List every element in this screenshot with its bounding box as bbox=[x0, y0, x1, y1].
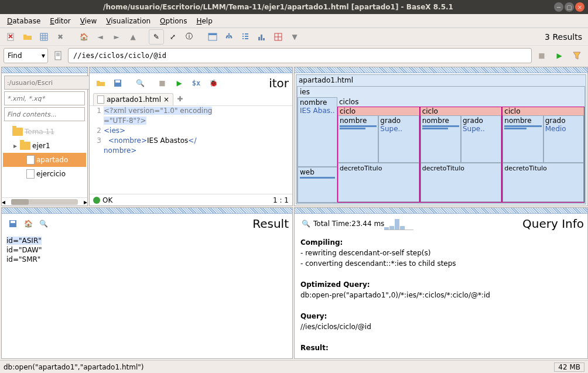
qinfo-heading: Query Info bbox=[522, 217, 584, 231]
tab-close-icon[interactable]: × bbox=[163, 95, 169, 104]
hist-view-icon[interactable] bbox=[254, 29, 269, 45]
maximize-button[interactable]: ▢ bbox=[565, 2, 574, 12]
home-result-icon[interactable]: 🏠 bbox=[20, 216, 36, 231]
results-count: 3 Results bbox=[545, 32, 584, 42]
statusbar: db:open("apartado1","apartado1.html") 42… bbox=[0, 360, 588, 373]
stop-search-icon[interactable]: ■ bbox=[534, 48, 549, 63]
svg-rect-9 bbox=[261, 35, 262, 40]
map-view-icon[interactable] bbox=[271, 29, 286, 45]
status-text: db:open("apartado1","apartado1.html") bbox=[4, 363, 143, 371]
tree-row[interactable]: apartado bbox=[3, 153, 86, 167]
editor-toolbar: 🔍 ■ ▶ $x 🐞 itor bbox=[90, 73, 292, 93]
open-icon[interactable] bbox=[20, 29, 35, 45]
result-line: id="SMR" bbox=[6, 255, 40, 264]
save-result-icon[interactable] bbox=[5, 216, 20, 231]
query-text: //ies/ciclos/ciclo/@id bbox=[300, 323, 371, 331]
doc-icon[interactable] bbox=[50, 48, 66, 63]
var-icon[interactable]: $x bbox=[189, 76, 204, 91]
new-tab-button[interactable]: ✚ bbox=[173, 93, 186, 105]
main-toolbar: ✖ 🏠 ◄ ► ▲ ✎ ⤢ ⓘ ▼ 3 Results bbox=[0, 28, 588, 46]
menu-help[interactable]: Help bbox=[192, 16, 217, 26]
treemap[interactable]: apartado1.html ies nombre IES Abas.. web bbox=[295, 73, 587, 206]
save-icon[interactable] bbox=[110, 76, 125, 91]
more-icon[interactable]: ▼ bbox=[287, 29, 302, 45]
search-row: ▾ ■ ▶ bbox=[0, 46, 588, 66]
hscroll[interactable]: ◂▸ bbox=[2, 197, 87, 206]
menu-view[interactable]: View bbox=[76, 16, 101, 26]
nav-filter-input[interactable] bbox=[4, 91, 85, 105]
menu-database[interactable]: Database bbox=[2, 16, 45, 26]
tm-nombre-node[interactable]: nombre IES Abas.. bbox=[298, 97, 337, 167]
nav-path-input[interactable] bbox=[4, 76, 95, 90]
queryinfo-pane: 🔍 Total Time: 23.44 ms Query Info Compil… bbox=[294, 207, 588, 359]
run-icon[interactable]: ▶ bbox=[172, 76, 187, 91]
up-icon[interactable]: ▲ bbox=[125, 29, 141, 45]
code-area[interactable]: 1 23 <?xml version="1.0" encoding ="UTF-… bbox=[90, 106, 292, 194]
query-label: Query: bbox=[300, 312, 327, 320]
tree-label: ejercicio bbox=[36, 170, 66, 178]
folder-icon bbox=[12, 128, 23, 136]
qinfo-body[interactable]: Compiling: - rewriting descendant-or-sel… bbox=[295, 234, 587, 358]
main-area: ... Tema 11 ▸ ejer1 apartado bbox=[0, 66, 588, 360]
tm-ciclo-node[interactable]: ciclo nombre gradoMedio decretoTitulo bbox=[502, 107, 584, 203]
tree-label: ejer1 bbox=[32, 142, 50, 150]
nav-find-input[interactable] bbox=[4, 107, 85, 121]
pane-grip bbox=[2, 67, 87, 73]
menu-visualization[interactable]: Visualization bbox=[101, 16, 155, 26]
open-file-icon[interactable] bbox=[93, 76, 108, 91]
forward-icon[interactable]: ► bbox=[109, 29, 124, 45]
tree-row[interactable]: Tema 11 bbox=[3, 125, 86, 139]
run-search-icon[interactable]: ▶ bbox=[552, 48, 567, 63]
find-icon[interactable]: 🔍 bbox=[132, 76, 148, 91]
histogram-icon bbox=[384, 217, 413, 230]
svg-rect-1 bbox=[40, 33, 47, 40]
menu-options[interactable]: Options bbox=[155, 16, 192, 26]
svg-rect-10 bbox=[263, 38, 265, 40]
search-mode-input[interactable] bbox=[4, 49, 39, 62]
tm-web-node[interactable]: web bbox=[298, 167, 337, 203]
pane-grip bbox=[90, 67, 292, 73]
status-text: OK bbox=[102, 196, 112, 204]
find-qinfo-icon[interactable]: 🔍 bbox=[298, 216, 313, 231]
folder-icon bbox=[20, 142, 30, 150]
close-button[interactable]: × bbox=[575, 2, 584, 12]
project-nav: ... Tema 11 ▸ ejer1 apartado bbox=[1, 67, 88, 206]
ok-icon bbox=[93, 197, 100, 204]
result-body[interactable]: id="ASIR" id="DAW" id="SMR" bbox=[2, 234, 292, 358]
expand-icon[interactable]: ▸ bbox=[12, 142, 18, 150]
tm-ies-label: ies bbox=[298, 87, 584, 97]
code-content[interactable]: <?xml version="1.0" encoding ="UTF-8"?> … bbox=[104, 106, 292, 194]
svg-rect-16 bbox=[11, 221, 15, 223]
tree-view-icon[interactable] bbox=[221, 29, 237, 45]
delete-icon[interactable]: ✖ bbox=[53, 29, 68, 45]
tm-ciclo-node[interactable]: ciclo nombre gradoSupe.. decretoTitulo bbox=[337, 107, 420, 203]
editor-pane: 🔍 ■ ▶ $x 🐞 itor apartado1.html × ✚ 1 23 … bbox=[89, 67, 293, 206]
debug-icon[interactable]: 🐞 bbox=[206, 76, 221, 91]
tab-file[interactable]: apartado1.html × bbox=[93, 93, 173, 105]
grid-icon[interactable] bbox=[36, 29, 52, 45]
close-doc-icon[interactable] bbox=[4, 29, 19, 45]
tm-ciclos-label: ciclos bbox=[337, 97, 584, 107]
tree-row[interactable]: ejercicio bbox=[3, 167, 86, 181]
stop-icon[interactable]: ■ bbox=[155, 76, 170, 91]
xpath-input[interactable] bbox=[68, 48, 532, 63]
info-icon[interactable]: ⓘ bbox=[182, 29, 197, 45]
table-view-icon[interactable] bbox=[205, 29, 220, 45]
compiling-label: Compiling: bbox=[300, 238, 343, 247]
minimize-button[interactable]: − bbox=[554, 2, 563, 12]
expand-icon[interactable]: ⤢ bbox=[165, 29, 180, 45]
filter-icon[interactable] bbox=[569, 48, 584, 63]
home-icon[interactable]: 🏠 bbox=[76, 29, 91, 45]
list-view-icon[interactable] bbox=[238, 29, 253, 45]
tree-row[interactable]: ▸ ejer1 bbox=[3, 139, 86, 153]
dropdown-icon[interactable]: ▾ bbox=[39, 52, 47, 60]
lasso-icon[interactable]: ✎ bbox=[149, 29, 164, 45]
menu-editor[interactable]: Editor bbox=[45, 16, 76, 26]
tm-root-label: apartado1.html bbox=[296, 75, 586, 85]
search-mode-combo[interactable]: ▾ bbox=[4, 48, 48, 63]
tm-ciclo-node[interactable]: ciclo nombre gradoSupe.. decretoTitulo bbox=[420, 107, 502, 203]
pane-grip bbox=[295, 208, 587, 214]
find-result-icon[interactable]: 🔍 bbox=[36, 216, 51, 231]
pane-grip bbox=[295, 67, 587, 73]
back-icon[interactable]: ◄ bbox=[93, 29, 108, 45]
